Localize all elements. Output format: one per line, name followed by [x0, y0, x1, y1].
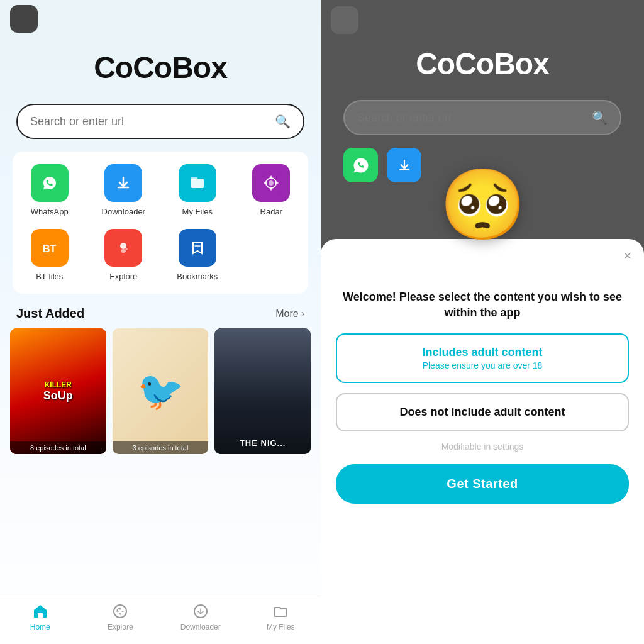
- svg-text:BT: BT: [43, 243, 57, 254]
- nav-explore[interactable]: Explore: [80, 602, 161, 631]
- content-modal: 🥺 × Welcome! Please select the content y…: [321, 239, 644, 644]
- btfiles-icon: BT: [31, 229, 69, 267]
- right-panel: CoCoBox 🔍 🥺 × Welcome! Please select the…: [321, 0, 644, 644]
- chevron-right-icon: ›: [301, 308, 304, 319]
- left-logo: CoCoBox: [0, 50, 321, 85]
- svg-rect-14: [187, 237, 208, 258]
- right-search-input[interactable]: [357, 111, 592, 125]
- app-item-downloader[interactable]: Downloader: [93, 164, 155, 216]
- explore-label: Explore: [109, 272, 137, 281]
- left-panel: CoCoBox 🔍 WhatsApp Downloader My Files: [0, 0, 321, 644]
- adult-content-option[interactable]: Includes adult content Please ensure you…: [336, 333, 629, 383]
- right-bg-top: CoCoBox 🔍: [321, 0, 644, 187]
- adult-option-sub: Please ensure you are over 18: [348, 360, 616, 370]
- right-logo: CoCoBox: [331, 47, 634, 81]
- svg-point-11: [120, 243, 126, 249]
- nav-myfiles[interactable]: My Files: [241, 602, 321, 631]
- no-adult-option-title: Does not include adult content: [348, 406, 616, 419]
- left-search-icon: 🔍: [275, 114, 291, 129]
- app-item-btfiles[interactable]: BT BT files: [19, 229, 80, 281]
- right-search-icon: 🔍: [592, 110, 608, 125]
- myfiles-label: My Files: [182, 207, 213, 216]
- nav-downloader-label: Downloader: [180, 623, 221, 631]
- whatsapp-icon: [31, 164, 69, 202]
- downloader-icon: [104, 164, 142, 202]
- nav-home-label: Home: [30, 623, 50, 631]
- bookmarks-icon: [179, 229, 216, 267]
- app-icon-top-left: [10, 5, 38, 33]
- adult-option-title: Includes adult content: [348, 346, 616, 359]
- get-started-button[interactable]: Get Started: [336, 464, 629, 504]
- svg-point-13: [125, 248, 128, 250]
- left-search-input[interactable]: [30, 115, 275, 128]
- left-search-bar[interactable]: 🔍: [16, 104, 304, 139]
- whatsapp-label: WhatsApp: [31, 207, 69, 216]
- radar-icon: [252, 164, 290, 202]
- btfiles-label: BT files: [36, 272, 63, 281]
- settings-note: Modifiable in settings: [441, 441, 524, 452]
- media-card-night[interactable]: THE NIG...: [214, 328, 311, 454]
- media-card-killer-soup[interactable]: KILLER SoUp 8 episodes in total: [10, 328, 106, 454]
- apps-grid: WhatsApp Downloader My Files Radar BT: [13, 152, 308, 294]
- radar-label: Radar: [260, 207, 282, 216]
- just-added-title: Just Added: [16, 306, 84, 321]
- nav-myfiles-label: My Files: [267, 623, 295, 631]
- more-link[interactable]: More ›: [275, 308, 304, 319]
- svg-point-7: [269, 180, 274, 186]
- right-downloader-icon[interactable]: [387, 148, 421, 182]
- svg-point-12: [121, 249, 126, 253]
- explore-icon: [104, 229, 142, 267]
- card-overlay-anime: 3 episodes in total: [113, 441, 209, 454]
- myfiles-icon: [179, 164, 216, 202]
- downloader-label: Downloader: [102, 207, 145, 216]
- svg-point-15: [114, 605, 126, 618]
- media-row: KILLER SoUp 8 episodes in total 🐦 3 epis…: [10, 328, 311, 454]
- close-modal-button[interactable]: ×: [623, 248, 631, 264]
- bookmarks-label: Bookmarks: [177, 272, 218, 281]
- app-item-myfiles[interactable]: My Files: [167, 164, 228, 216]
- just-added-header: Just Added More ›: [16, 306, 304, 321]
- night-title: THE NIG...: [240, 438, 286, 448]
- app-item-bookmarks[interactable]: Bookmarks: [167, 229, 228, 281]
- right-whatsapp-icon[interactable]: [343, 148, 378, 182]
- app-icon-top-right: [331, 6, 358, 34]
- nav-downloader[interactable]: Downloader: [160, 602, 241, 631]
- right-search-bar[interactable]: 🔍: [343, 100, 621, 135]
- welcome-emoji: 🥺: [440, 170, 526, 239]
- card-overlay-ks: 8 episodes in total: [10, 441, 106, 454]
- nav-home[interactable]: Home: [0, 602, 80, 631]
- no-adult-content-option[interactable]: Does not include adult content: [336, 393, 629, 431]
- nav-explore-label: Explore: [108, 623, 133, 631]
- modal-title: Welcome! Please select the content you w…: [336, 289, 629, 321]
- app-item-radar[interactable]: Radar: [241, 164, 303, 216]
- app-item-explore[interactable]: Explore: [93, 229, 155, 281]
- svg-rect-4: [191, 177, 197, 180]
- app-item-whatsapp[interactable]: WhatsApp: [19, 164, 80, 216]
- media-card-anime[interactable]: 🐦 3 episodes in total: [113, 328, 209, 454]
- bottom-nav: Home Explore Downloader My Files: [0, 596, 321, 644]
